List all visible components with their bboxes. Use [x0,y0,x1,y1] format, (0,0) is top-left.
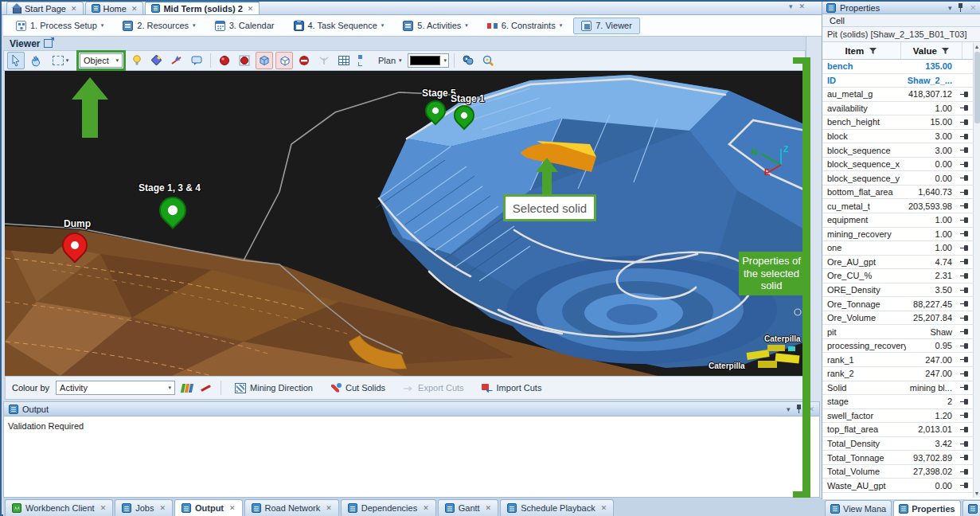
table-row[interactable]: Total_Volume27,398.02 [822,465,973,479]
table-row[interactable]: cu_metal_t203,593.98 [822,199,973,213]
bottom-tab[interactable]: Output✕ [174,499,243,516]
pin-icon[interactable] [960,147,969,154]
ribbon-item[interactable]: 4. Task Sequence▾ [286,18,392,34]
panel-menu-icon[interactable]: ▾ [787,405,791,413]
pin-icon[interactable] [960,119,969,126]
document-tab[interactable]: Home✕ [85,2,144,14]
table-row[interactable]: block3.00 [822,130,973,144]
table-row[interactable]: block_sequence_y0.00 [822,171,973,186]
snap-button[interactable] [168,52,185,69]
table-row[interactable]: IDShaw_2_... [822,74,973,88]
table-row[interactable]: bench_height15.00 [822,115,973,130]
ribbon-item[interactable]: 5. Activities▾ [395,18,476,34]
light-button[interactable] [128,52,146,69]
side-tab[interactable]: View Mana [825,500,892,516]
palette-icon[interactable] [182,383,193,393]
panel-menu-icon[interactable]: ▾ [948,4,952,12]
select-cursor-button[interactable] [7,52,25,69]
table-row[interactable]: processing_recovery0.95 [822,339,973,354]
table-row[interactable]: one1.00 [822,241,973,256]
table-row[interactable]: mining_recovery1.00 [822,228,973,242]
tag-button[interactable] [148,52,166,69]
close-icon[interactable]: ✕ [326,504,332,512]
pin-icon[interactable] [960,174,969,182]
marquee-select-button[interactable]: ▾ [47,52,74,69]
table-row[interactable]: Total_Tonnage93,702.89 [822,451,973,465]
object-mode-select[interactable]: Object▾ [80,53,123,68]
table-row[interactable]: bench135.00 [822,60,973,74]
ribbon-item[interactable]: 2. Resources▾ [115,18,203,34]
pin-icon[interactable] [960,272,969,280]
close-icon[interactable]: ✕ [248,5,254,13]
pin-icon[interactable] [960,300,969,307]
ribbon-item[interactable]: 3. Calendar▾ [207,18,283,34]
table-row[interactable]: Ore_AU_gpt4.74 [822,256,973,270]
pin-icon[interactable] [960,468,969,475]
view-orientation-select[interactable]: Plan▾ [375,56,405,65]
table-row[interactable]: Solidmining bl... [822,381,973,396]
stop-button[interactable] [295,52,313,69]
pin-icon[interactable] [960,202,969,209]
pin-icon[interactable] [960,217,969,224]
scroll-up-icon[interactable]: ▲ [974,43,980,51]
table-row[interactable]: block_sequence3.00 [822,143,973,158]
viewport-3d[interactable]: Z N E [5,71,806,376]
pin-icon[interactable] [960,440,969,448]
pin-search-button[interactable] [479,52,497,69]
ribbon-item[interactable]: 1. Process Setup▾ [8,18,111,34]
close-icon[interactable]: ✕ [423,504,429,512]
close-document-icon[interactable]: ✕ [798,2,805,10]
pin-icon[interactable] [960,161,969,168]
pin-icon[interactable] [960,287,969,294]
sphere-in-box-button[interactable] [236,52,253,69]
wireframe-display-button[interactable] [275,52,293,69]
pin-icon[interactable] [960,370,969,377]
pin-icon[interactable] [960,412,969,419]
table-row[interactable]: rank_1247.00 [822,353,973,367]
bottom-tab[interactable]: Jobs✕ [115,499,173,516]
properties-scrollbar[interactable]: ▲ ▼ [973,43,980,498]
colour-bar-button[interactable]: Export Cuts [398,381,468,395]
pan-hand-button[interactable] [27,52,45,69]
column-item[interactable]: Item [822,42,901,59]
colour-bar-button[interactable]: Mining Direction [230,381,318,395]
map-pins-button[interactable] [459,52,477,69]
pin-icon[interactable] [960,328,969,335]
pin-icon[interactable] [960,244,969,252]
document-tab[interactable]: Start Page✕ [6,2,84,14]
table-row[interactable]: stage2 [822,395,973,409]
filter-icon[interactable] [941,47,950,55]
table-row[interactable]: swell_factor1.20 [822,409,973,424]
pin-icon[interactable] [960,454,969,461]
pin-icon[interactable] [960,230,969,237]
table-row[interactable]: Ore_Volume25,207.84 [822,311,973,326]
table-row[interactable]: ORE_Density3.50 [822,283,973,298]
table-row[interactable]: equipment1.00 [822,213,973,228]
axes-button[interactable] [315,52,333,69]
pin-icon[interactable] [960,133,969,140]
colour-bar-button[interactable]: Cut Solids [326,381,390,395]
bottom-tab[interactable]: Schedule Playback✕ [500,499,614,516]
zoom-extents-button[interactable] [355,52,373,69]
table-row[interactable]: top_flat_area2,013.01 [822,423,973,437]
tab-overflow-icon[interactable]: ▾ [789,2,793,10]
table-row[interactable]: rank_2247.00 [822,367,973,381]
comment-button[interactable] [188,52,205,69]
cell-menu-item[interactable]: Cell [826,16,849,25]
bottom-tab[interactable]: Gantt✕ [438,499,498,516]
pin-icon[interactable] [960,258,969,265]
close-icon[interactable]: ✕ [601,504,607,512]
sphere-button[interactable] [216,52,233,69]
output-panel-header[interactable]: Output ▾ ✕ [4,402,819,416]
side-tab[interactable]: Properties [893,500,960,516]
pin-icon[interactable] [960,398,969,405]
close-icon[interactable]: ✕ [131,5,138,13]
pin-icon[interactable] [960,91,969,98]
pin-icon[interactable] [960,426,969,433]
bottom-tab[interactable]: Dependencies✕ [341,499,436,516]
pin-icon[interactable] [960,356,969,363]
pin-icon[interactable] [960,482,969,489]
close-icon[interactable]: ✕ [159,504,166,512]
edit-colour-icon[interactable] [200,383,212,393]
table-row[interactable]: bottom_flat_area1,640.73 [822,186,973,200]
